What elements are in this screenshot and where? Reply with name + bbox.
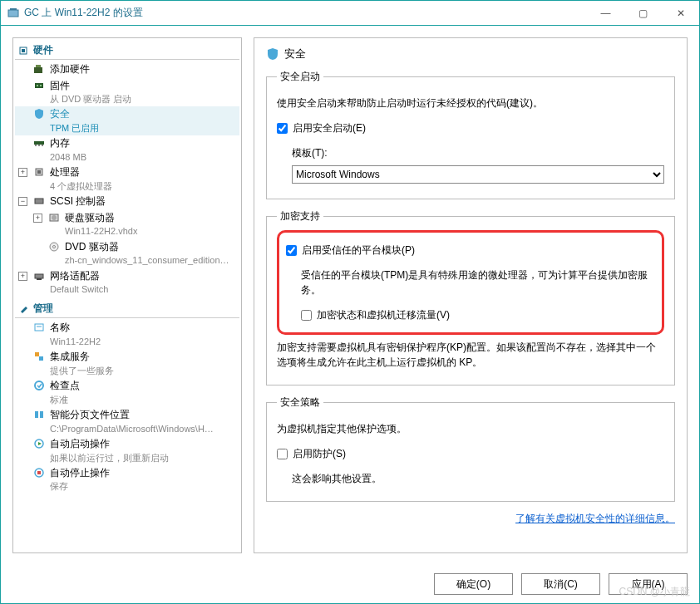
expand-toggle[interactable]: +	[18, 272, 27, 281]
window-title: GC 上 Win11-22H2 的设置	[24, 6, 143, 20]
sidebar-item-autostart[interactable]: 自动启动操作 如果以前运行过，则重新启动	[15, 436, 239, 465]
autostop-icon	[33, 467, 45, 479]
svg-rect-27	[35, 411, 38, 418]
app-icon	[7, 7, 19, 19]
expand-toggle[interactable]: +	[33, 214, 42, 223]
encryption-group: 加密支持 启用受信任的平台模块(P) 受信任的平台模块(TPM)是具有特殊用途的…	[266, 209, 675, 385]
tpm-desc: 受信任的平台模块(TPM)是具有特殊用途的微处理器，可为计算平台提供加密服务。	[301, 268, 655, 297]
policy-group: 安全策略 为虚拟机指定其他保护选项。 启用防护(S) 这会影响其他设置。	[266, 395, 675, 502]
svg-rect-4	[34, 67, 42, 73]
svg-rect-20	[35, 274, 43, 278]
svg-rect-14	[37, 170, 41, 174]
network-icon	[33, 270, 45, 282]
enable-tpm-checkbox[interactable]: 启用受信任的平台模块(P)	[286, 243, 415, 258]
integration-icon	[33, 351, 45, 362]
encryption-note: 加密支持需要虚拟机具有密钥保护程序(KP)配置。如果该配置尚不存在，选择其中一个…	[277, 340, 664, 370]
enable-secure-boot-input[interactable]	[277, 123, 288, 134]
sidebar-item-memory[interactable]: 内存 2048 MB	[15, 135, 239, 165]
ok-button[interactable]: 确定(O)	[434, 573, 513, 595]
shield-icon	[33, 108, 45, 120]
dialog-footer: 确定(O) 取消(C) 应用(A)	[1, 565, 699, 603]
svg-rect-1	[10, 8, 17, 10]
svg-rect-24	[35, 352, 39, 356]
svg-point-19	[53, 245, 56, 248]
watermark: CSDN @小青龍	[619, 585, 690, 599]
hardware-section-head: 硬件	[15, 42, 239, 60]
svg-rect-11	[38, 145, 40, 146]
sidebar-item-dvd[interactable]: DVD 驱动器 zh-cn_windows_11_consumer_editio…	[15, 239, 239, 268]
svg-rect-6	[35, 83, 43, 88]
sidebar-item-firmware[interactable]: 固件 从 DVD 驱动器 启动	[15, 78, 239, 107]
policy-desc: 为虚拟机指定其他保护选项。	[277, 421, 664, 436]
add-hardware-icon	[33, 63, 45, 75]
management-section-head: 管理	[15, 300, 239, 318]
autostart-icon	[33, 438, 45, 449]
svg-rect-28	[40, 411, 43, 418]
template-select[interactable]: Microsoft Windows	[292, 165, 664, 184]
enable-guard-input[interactable]	[277, 449, 288, 459]
svg-point-17	[52, 215, 57, 220]
settings-window: GC 上 Win11-22H2 的设置 — ▢ ✕ 硬件 添加硬件 固件 从 D…	[0, 0, 700, 604]
enable-guard-checkbox[interactable]: 启用防护(S)	[277, 446, 346, 461]
main-panel: 安全 安全启动 使用安全启动来帮助防止启动时运行未经授权的代码(建议)。 启用安…	[254, 37, 688, 553]
maximize-button[interactable]: ▢	[624, 1, 662, 25]
svg-rect-22	[35, 324, 43, 331]
cpu-icon	[33, 166, 45, 178]
shield-icon	[266, 48, 278, 60]
svg-rect-3	[22, 49, 25, 52]
policy-note: 这会影响其他设置。	[292, 471, 664, 486]
secure-boot-group: 安全启动 使用安全启动来帮助防止启动时运行未经授权的代码(建议)。 启用安全启动…	[266, 70, 675, 199]
encryption-legend: 加密支持	[277, 209, 323, 223]
svg-point-7	[37, 85, 38, 86]
main-heading: 安全	[266, 47, 675, 61]
encrypt-state-checkbox[interactable]: 加密状态和虚拟机迁移流量(V)	[301, 307, 450, 322]
secure-boot-desc: 使用安全启动来帮助防止启动时运行未经授权的代码(建议)。	[277, 96, 664, 110]
svg-rect-31	[37, 471, 41, 474]
dvd-icon	[48, 241, 60, 253]
encrypt-state-input[interactable]	[301, 310, 312, 321]
sidebar-item-cpu[interactable]: + 处理器 4 个虚拟处理器	[15, 165, 239, 194]
tpm-highlight: 启用受信任的平台模块(P) 受信任的平台模块(TPM)是具有特殊用途的微处理器，…	[277, 230, 664, 335]
scsi-icon	[33, 195, 45, 207]
sidebar: 硬件 添加硬件 固件 从 DVD 驱动器 启动 安全 TPM 已启用 内存 20…	[12, 37, 242, 553]
enable-secure-boot-checkbox[interactable]: 启用安全启动(E)	[277, 120, 366, 135]
chip-icon	[18, 46, 28, 56]
enable-tpm-input[interactable]	[286, 245, 297, 256]
policy-legend: 安全策略	[277, 395, 323, 410]
svg-rect-10	[35, 145, 37, 146]
svg-rect-21	[37, 278, 42, 280]
sidebar-item-checkpoint[interactable]: 检查点 标准	[15, 378, 239, 407]
sidebar-item-autostop[interactable]: 自动停止操作 保存	[15, 465, 239, 494]
minimize-button[interactable]: —	[587, 1, 624, 25]
svg-point-26	[35, 381, 43, 390]
sidebar-item-name[interactable]: 名称 Win11-22H2	[15, 320, 239, 349]
hdd-icon	[48, 212, 60, 223]
svg-point-8	[40, 85, 42, 86]
sidebar-item-paging[interactable]: 智能分页文件位置 C:\ProgramData\Microsoft\Window…	[15, 407, 239, 436]
svg-rect-12	[42, 145, 43, 146]
secure-boot-legend: 安全启动	[277, 70, 323, 84]
sidebar-item-network[interactable]: + 网络适配器 Default Switch	[15, 268, 239, 297]
expand-toggle[interactable]: −	[18, 197, 27, 206]
titlebar: GC 上 Win11-22H2 的设置 — ▢ ✕	[1, 1, 699, 26]
paging-icon	[33, 409, 45, 420]
close-button[interactable]: ✕	[662, 1, 699, 25]
svg-rect-9	[34, 141, 44, 145]
template-label: 模板(T):	[292, 145, 664, 160]
checkpoint-icon	[33, 380, 45, 391]
sidebar-item-security[interactable]: 安全 TPM 已启用	[15, 106, 239, 135]
sidebar-item-add-hardware[interactable]: 添加硬件	[15, 61, 239, 78]
cancel-button[interactable]: 取消(C)	[521, 573, 600, 595]
sidebar-item-integration[interactable]: 集成服务 提供了一些服务	[15, 349, 239, 378]
wrench-icon	[18, 304, 28, 314]
memory-icon	[33, 137, 45, 149]
svg-rect-0	[8, 10, 18, 17]
expand-toggle[interactable]: +	[18, 168, 27, 177]
svg-rect-5	[36, 65, 41, 67]
sidebar-item-scsi[interactable]: − SCSI 控制器	[15, 194, 239, 210]
svg-rect-25	[39, 356, 43, 361]
firmware-icon	[33, 80, 45, 91]
sidebar-item-hdd[interactable]: + 硬盘驱动器 Win11-22H2.vhdx	[15, 210, 239, 239]
svg-rect-15	[35, 199, 43, 204]
learn-more-link[interactable]: 了解有关虚拟机安全性的详细信息。	[515, 513, 675, 524]
